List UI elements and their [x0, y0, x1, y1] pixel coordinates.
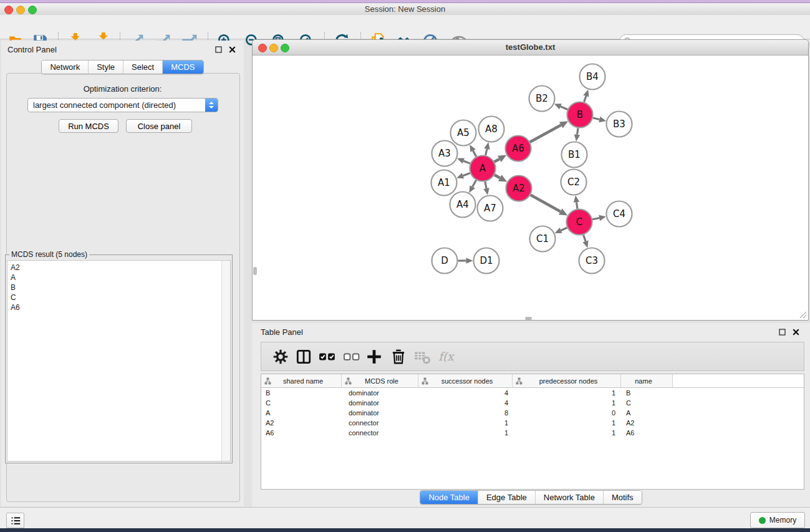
desktop-strip: [0, 528, 810, 532]
edge-A-A5[interactable]: [473, 151, 476, 157]
table-cell[interactable]: 4: [418, 399, 513, 407]
criterion-dropdown[interactable]: largest connected component (directed): [27, 98, 218, 112]
edge-B-B1[interactable]: [577, 128, 578, 135]
result-list-scrollbar[interactable]: [221, 261, 230, 461]
tab-node-table[interactable]: Node Table: [420, 491, 478, 504]
edge-B-B4[interactable]: [584, 96, 586, 102]
mcds-result-item[interactable]: B: [7, 283, 230, 293]
edge-B-B3[interactable]: [593, 118, 599, 119]
edge-arrowhead: [457, 158, 465, 163]
session-title: Session: New Session: [0, 4, 810, 14]
tab-mcds[interactable]: MCDS: [162, 60, 203, 74]
table-cell[interactable]: B: [621, 389, 673, 397]
delete-column-icon[interactable]: [390, 348, 407, 365]
tab-style[interactable]: Style: [88, 60, 123, 74]
add-column-icon[interactable]: [365, 348, 383, 365]
table-cell[interactable]: B: [261, 389, 342, 397]
graph-node-label-C: C: [576, 216, 582, 228]
control-panel: Control Panel NetworkStyleSelectMCDS Opt…: [1, 41, 244, 506]
table-cell[interactable]: 1: [418, 419, 513, 427]
window-resize-grip[interactable]: [799, 311, 807, 319]
mcds-result-item[interactable]: A: [7, 273, 230, 283]
table-row[interactable]: A2connector11A2: [261, 418, 804, 428]
table-row[interactable]: Bdominator41B: [261, 388, 804, 398]
table-cell[interactable]: A6: [621, 429, 673, 437]
close-panel-icon[interactable]: [228, 46, 236, 54]
status-menu-button[interactable]: [6, 513, 24, 528]
table-cell[interactable]: 0: [513, 409, 621, 417]
table-cell[interactable]: connector: [342, 429, 418, 437]
toggle-panel-icon[interactable]: [295, 348, 312, 365]
edge-A-A8[interactable]: [486, 149, 487, 155]
table-cell[interactable]: A: [261, 409, 342, 417]
network-graph-canvas[interactable]: AA1A2A3A4A5A6A7A8BB1B2B3B4CC1C2C3C4DD1: [253, 55, 809, 320]
table-cell[interactable]: A: [621, 409, 673, 417]
edge-arrowhead: [582, 241, 588, 248]
edge-A-A3[interactable]: [463, 161, 470, 163]
close-table-panel-icon[interactable]: [792, 328, 800, 336]
table-cell[interactable]: 1: [513, 429, 621, 437]
table-cell[interactable]: dominator: [342, 399, 418, 407]
table-cell[interactable]: 4: [418, 389, 513, 397]
table-cell[interactable]: A6: [261, 429, 342, 437]
graph-node-label-C2: C2: [567, 177, 580, 188]
edge-A-A2[interactable]: [494, 175, 500, 178]
mcds-result-item[interactable]: A6: [7, 302, 230, 312]
tab-network[interactable]: Network: [42, 60, 88, 74]
edge-C-C2[interactable]: [577, 202, 577, 209]
table-cell[interactable]: A2: [621, 419, 673, 427]
table-cell[interactable]: 8: [418, 409, 513, 417]
tab-edge-table[interactable]: Edge Table: [478, 491, 535, 504]
run-mcds-button[interactable]: Run MCDS: [59, 119, 118, 133]
column-header-shared-name[interactable]: shared name: [261, 374, 342, 387]
edge-A6-B[interactable]: [530, 125, 561, 142]
graph-node-label-A6: A6: [512, 143, 524, 154]
edge-C-C4[interactable]: [592, 218, 599, 219]
edge-C-C3[interactable]: [584, 235, 586, 241]
edge-A-A4[interactable]: [473, 180, 476, 187]
table-row[interactable]: Adominator80A: [261, 408, 804, 418]
table-settings-icon[interactable]: [272, 348, 289, 365]
table-cell[interactable]: connector: [342, 419, 418, 427]
edge-B-B2[interactable]: [561, 107, 567, 110]
table-cell[interactable]: dominator: [342, 389, 418, 397]
table-cell[interactable]: 1: [513, 399, 621, 407]
network-window-titlebar[interactable]: testGlobe.txt: [253, 40, 808, 56]
column-header-MCDS-role[interactable]: MCDS role: [342, 374, 418, 387]
list-icon: [10, 516, 21, 526]
memory-button[interactable]: Memory: [750, 512, 805, 528]
table-row[interactable]: A6connector11A6: [261, 428, 804, 438]
select-all-icon[interactable]: [317, 348, 338, 365]
table-cell[interactable]: dominator: [342, 409, 418, 417]
tab-network-table[interactable]: Network Table: [535, 491, 603, 504]
table-cell[interactable]: C: [621, 399, 673, 407]
column-header-predecessor-nodes[interactable]: predecessor nodes: [513, 374, 621, 387]
tab-motifs[interactable]: Motifs: [603, 491, 642, 504]
table-cell[interactable]: 1: [418, 429, 513, 437]
column-header-successor-nodes[interactable]: successor nodes: [418, 374, 513, 387]
edge-A2-C[interactable]: [531, 195, 561, 211]
table-cell[interactable]: 1: [513, 419, 621, 427]
main-titlebar: Session: New Session: [0, 3, 810, 16]
deselect-all-icon[interactable]: [341, 348, 362, 365]
tab-select[interactable]: Select: [123, 60, 162, 74]
dropdown-stepper-icon: [205, 99, 218, 112]
float-panel-icon[interactable]: [215, 46, 223, 54]
network-hscrollbar-thumb[interactable]: [525, 317, 532, 320]
table-row[interactable]: Cdominator41C: [261, 398, 804, 408]
edge-A-A7[interactable]: [485, 181, 486, 188]
table-cell[interactable]: C: [261, 399, 342, 407]
column-header-name[interactable]: name: [621, 374, 673, 387]
mcds-result-group: MCDS result (5 nodes) A2ABCA6: [5, 250, 233, 463]
close-panel-button[interactable]: Close panel: [126, 119, 192, 133]
table-cell[interactable]: 1: [513, 389, 621, 397]
mcds-result-list[interactable]: A2ABCA6: [7, 260, 231, 462]
float-table-panel-icon[interactable]: [778, 328, 786, 336]
mcds-result-item[interactable]: C: [7, 293, 230, 302]
table-cell[interactable]: A2: [261, 419, 342, 427]
mcds-result-item[interactable]: A2: [7, 263, 230, 273]
edge-A-A1[interactable]: [463, 173, 470, 175]
edge-C-C1[interactable]: [561, 228, 567, 231]
edge-A-A6[interactable]: [494, 159, 499, 162]
network-vscrollbar-thumb[interactable]: [253, 267, 257, 275]
